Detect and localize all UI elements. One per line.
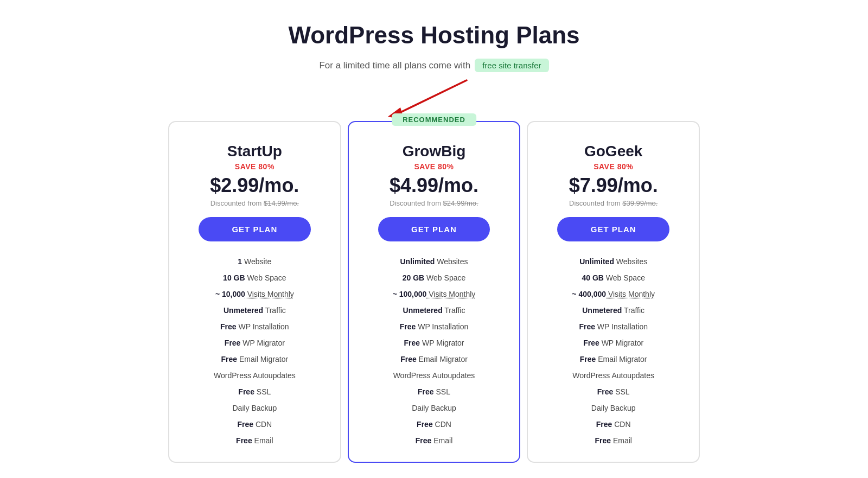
feature-item: Free Email — [543, 432, 684, 449]
feature-item: Daily Backup — [364, 400, 505, 416]
price-gogeek: $7.99/mo. — [543, 174, 684, 197]
feature-item: Unmetered Traffic — [184, 302, 325, 318]
feature-item: 40 GB Web Space — [543, 270, 684, 286]
feature-item: Daily Backup — [543, 400, 684, 416]
feature-item: Free WP Installation — [364, 318, 505, 335]
save-label-growbig: SAVE 80% — [364, 162, 505, 171]
feature-item: Free CDN — [184, 416, 325, 432]
feature-item: Free Email Migrator — [184, 351, 325, 367]
feature-item: Free WP Migrator — [364, 335, 505, 351]
get-plan-button-startup[interactable]: GET PLAN — [199, 217, 311, 241]
feature-item: 20 GB Web Space — [364, 270, 505, 286]
plan-name-startup: StartUp — [184, 143, 325, 160]
feature-item: Free SSL — [364, 384, 505, 400]
feature-item: Free WP Migrator — [184, 335, 325, 351]
original-price-startup: Discounted from $14.99/mo. — [184, 199, 325, 207]
plans-container: StartUpSAVE 80%$2.99/mo.Discounted from … — [168, 121, 700, 463]
recommended-badge: RECOMMENDED — [392, 113, 476, 126]
get-plan-button-gogeek[interactable]: GET PLAN — [557, 217, 669, 241]
feature-item: Free Email Migrator — [364, 351, 505, 367]
svg-line-0 — [396, 80, 467, 114]
plan-card-startup: StartUpSAVE 80%$2.99/mo.Discounted from … — [168, 121, 341, 463]
original-price-growbig: Discounted from $24.99/mo. — [364, 199, 505, 207]
feature-item: 1 Website — [184, 253, 325, 270]
save-label-gogeek: SAVE 80% — [543, 162, 684, 171]
feature-item: Unmetered Traffic — [543, 302, 684, 318]
feature-item: WordPress Autoupdates — [364, 367, 505, 384]
feature-item: Free WP Installation — [543, 318, 684, 335]
free-transfer-badge: free site transfer — [475, 59, 548, 72]
feature-item: WordPress Autoupdates — [543, 367, 684, 384]
feature-item: Free Email — [184, 432, 325, 449]
feature-item: Unlimited Websites — [543, 253, 684, 270]
get-plan-button-growbig[interactable]: GET PLAN — [378, 217, 490, 241]
price-growbig: $4.99/mo. — [364, 174, 505, 197]
feature-item: ~ 10,000 Visits Monthly — [184, 286, 325, 302]
feature-item: Free Email — [364, 432, 505, 449]
page-title: WordPress Hosting Plans — [288, 22, 579, 49]
feature-item: ~ 100,000 Visits Monthly — [364, 286, 505, 302]
feature-item: Free SSL — [184, 384, 325, 400]
feature-item: WordPress Autoupdates — [184, 367, 325, 384]
feature-item: ~ 400,000 Visits Monthly — [543, 286, 684, 302]
feature-item: Unlimited Websites — [364, 253, 505, 270]
original-price-gogeek: Discounted from $39.99/mo. — [543, 199, 684, 207]
price-startup: $2.99/mo. — [184, 174, 325, 197]
feature-item: Free SSL — [543, 384, 684, 400]
plan-card-growbig: RECOMMENDEDGrowBigSAVE 80%$4.99/mo.Disco… — [348, 121, 521, 463]
plan-name-gogeek: GoGeek — [543, 143, 684, 160]
subtitle-row: For a limited time all plans come with f… — [319, 59, 548, 72]
feature-item: Free CDN — [364, 416, 505, 432]
plan-card-gogeek: GoGeekSAVE 80%$7.99/mo.Discounted from $… — [527, 121, 700, 463]
save-label-startup: SAVE 80% — [184, 162, 325, 171]
feature-item: Free WP Migrator — [543, 335, 684, 351]
plan-name-growbig: GrowBig — [364, 143, 505, 160]
feature-item: 10 GB Web Space — [184, 270, 325, 286]
feature-item: Free WP Installation — [184, 318, 325, 335]
features-list-growbig: Unlimited Websites20 GB Web Space~ 100,0… — [364, 253, 505, 449]
subtitle-text: For a limited time all plans come with — [319, 60, 470, 71]
features-list-startup: 1 Website10 GB Web Space~ 10,000 Visits … — [184, 253, 325, 449]
feature-item: Daily Backup — [184, 400, 325, 416]
feature-item: Unmetered Traffic — [364, 302, 505, 318]
feature-item: Free Email Migrator — [543, 351, 684, 367]
features-list-gogeek: Unlimited Websites40 GB Web Space~ 400,0… — [543, 253, 684, 449]
feature-item: Free CDN — [543, 416, 684, 432]
